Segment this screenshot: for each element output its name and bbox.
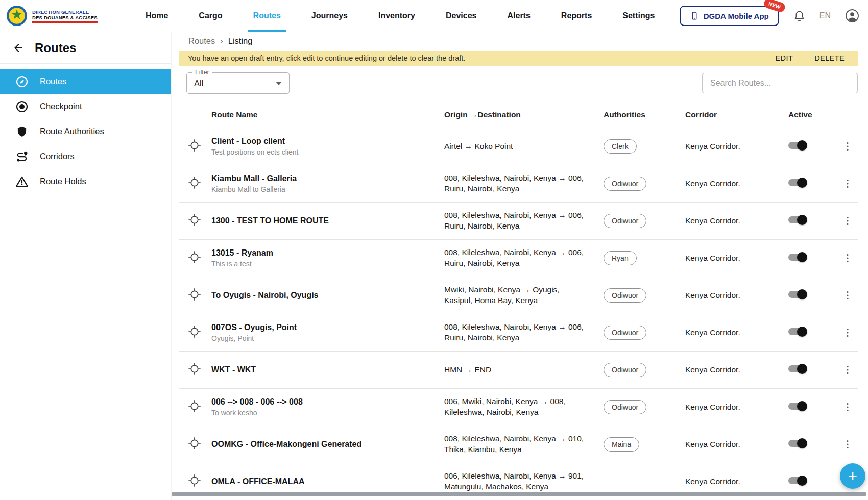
- authority-chip: Odiwuor: [604, 177, 646, 191]
- kebab-menu-icon[interactable]: [842, 402, 853, 413]
- active-toggle[interactable]: [788, 401, 807, 411]
- nav-cargo[interactable]: Cargo: [196, 0, 225, 32]
- active-toggle[interactable]: [788, 327, 807, 337]
- active-toggle[interactable]: [788, 476, 807, 486]
- checkpoint-target-icon: [15, 100, 29, 113]
- primary-nav: Home Cargo Routes Journeys Inventory Dev…: [130, 0, 670, 32]
- breadcrumb: Routes › Listing: [188, 36, 858, 45]
- kebab-menu-icon[interactable]: [842, 290, 853, 301]
- col-active: Active: [784, 110, 837, 119]
- filter-value: All: [194, 79, 276, 88]
- location-crosshair-icon: [188, 399, 201, 415]
- col-corridor: Corridor: [685, 110, 784, 119]
- compass-icon: [15, 75, 29, 88]
- authority-chip: Odiwuor: [604, 214, 646, 228]
- kebab-menu-icon[interactable]: [842, 141, 853, 152]
- sidebar-item-checkpoint[interactable]: Checkpoint: [0, 94, 171, 119]
- breadcrumb-listing: Listing: [228, 36, 253, 45]
- route-subtitle: Kiambu Mall to Galleria: [211, 185, 444, 193]
- route-origin-destination: 008, Kileleshwa, Nairobi, Kenya → 006, R…: [444, 210, 604, 232]
- horizontal-scrollbar[interactable]: [172, 492, 866, 496]
- dgda-logo[interactable]: DIRECTION GÉNÉRALE DES DOUANES & ACCISES: [6, 0, 98, 32]
- nav-alerts[interactable]: Alerts: [504, 0, 533, 32]
- active-toggle[interactable]: [788, 438, 807, 448]
- notifications-bell-icon[interactable]: [793, 10, 806, 22]
- route-table-row: 1300 - TEST TO HOME ROUTE 008, Kileleshw…: [179, 202, 858, 239]
- sidebar-item-label: Route Authorities: [40, 127, 104, 136]
- active-toggle[interactable]: [788, 289, 807, 299]
- user-avatar-icon[interactable]: [845, 8, 860, 23]
- col-origin-destination: Origin →Destination: [444, 110, 604, 119]
- sidebar-item-label: Route Holds: [40, 177, 86, 186]
- dgda-mobile-app-button[interactable]: DGDA Mobile App NEW: [680, 6, 779, 26]
- filter-label: Filter: [192, 69, 212, 76]
- active-toggle[interactable]: [788, 364, 807, 374]
- route-corridor: Kenya Corridor.: [685, 254, 784, 263]
- dgda-emblem-icon: [6, 5, 28, 27]
- nav-reports[interactable]: Reports: [559, 0, 594, 32]
- active-toggle[interactable]: [788, 252, 807, 262]
- list-controls: Filter All: [179, 72, 858, 94]
- nav-inventory[interactable]: Inventory: [376, 0, 418, 32]
- location-crosshair-icon: [188, 362, 201, 378]
- page-shell: Routes Routes Checkpoint: [0, 32, 868, 500]
- route-subtitle: Test positions on ects client: [211, 148, 444, 156]
- route-subtitle: Oyugis, Point: [211, 334, 444, 342]
- draft-delete-button[interactable]: DELETE: [814, 54, 845, 62]
- location-crosshair-icon: [188, 176, 201, 191]
- sidebar-header: Routes: [0, 32, 171, 64]
- draft-banner-message: You have an open draft entry, click edit…: [188, 54, 754, 62]
- nav-settings[interactable]: Settings: [620, 0, 657, 32]
- mobile-app-label: DGDA Mobile App: [704, 12, 769, 20]
- top-navigation-bar: DIRECTION GÉNÉRALE DES DOUANES & ACCISES…: [0, 0, 868, 32]
- active-toggle[interactable]: [788, 215, 807, 225]
- filter-select[interactable]: Filter All: [186, 72, 290, 94]
- authority-chip: Odiwuor: [604, 326, 646, 340]
- draft-edit-button[interactable]: EDIT: [776, 54, 793, 62]
- sidebar-item-route-authorities[interactable]: Route Authorities: [0, 119, 171, 144]
- nav-journeys[interactable]: Journeys: [309, 0, 350, 32]
- active-toggle[interactable]: [788, 140, 807, 151]
- breadcrumb-separator: ›: [220, 36, 223, 45]
- nav-devices[interactable]: Devices: [443, 0, 479, 32]
- sidebar-item-route-holds[interactable]: Route Holds: [0, 169, 171, 194]
- route-origin-destination: 006, Mwiki, Nairobi, Kenya → 008, Kilele…: [444, 396, 604, 418]
- authority-chip: Ryan: [604, 251, 637, 265]
- route-name: OMLA - OFFICE-MALAA: [211, 477, 444, 486]
- route-table-row: To Oyugis - Nairobi, Oyugis Mwiki, Nairo…: [179, 277, 858, 314]
- authority-chip: Odiwuor: [604, 288, 646, 303]
- nav-routes[interactable]: Routes: [251, 0, 283, 32]
- route-table-row: 006 --> 008 - 006 --> 008 To work kesho …: [179, 388, 858, 426]
- route-origin-destination: 006, Kileleshwa, Nairobi, Kenya → 901, M…: [444, 471, 604, 492]
- add-route-fab[interactable]: +: [840, 463, 865, 489]
- sidebar: Routes Routes Checkpoint: [0, 32, 172, 500]
- breadcrumb-routes[interactable]: Routes: [188, 36, 215, 45]
- route-table-row: 007OS - Oyugis, Point Oyugis, Point 008,…: [179, 314, 858, 351]
- main-content: Routes › Listing You have an open draft …: [172, 32, 868, 500]
- kebab-menu-icon[interactable]: [842, 439, 853, 450]
- route-corridor: Kenya Corridor.: [685, 365, 784, 374]
- location-crosshair-icon: [188, 474, 201, 489]
- route-corridor: Kenya Corridor.: [685, 179, 784, 188]
- arrow-left-icon: [12, 42, 25, 54]
- route-name: 007OS - Oyugis, Point: [211, 323, 444, 332]
- sidebar-item-routes[interactable]: Routes: [0, 69, 171, 94]
- kebab-menu-icon[interactable]: [842, 215, 853, 227]
- kebab-menu-icon[interactable]: [842, 253, 853, 264]
- col-authorities: Authorities: [604, 110, 685, 119]
- nav-home[interactable]: Home: [143, 0, 171, 32]
- search-input[interactable]: [702, 73, 858, 93]
- kebab-menu-icon[interactable]: [842, 364, 853, 376]
- kebab-menu-icon[interactable]: [842, 327, 853, 338]
- app-root: DIRECTION GÉNÉRALE DES DOUANES & ACCISES…: [0, 0, 868, 500]
- kebab-menu-icon[interactable]: [842, 178, 853, 189]
- back-button[interactable]: [12, 42, 25, 54]
- sidebar-item-corridors[interactable]: Corridors: [0, 144, 171, 169]
- location-crosshair-icon: [188, 139, 201, 154]
- route-name: 006 --> 008 - 006 --> 008: [211, 397, 444, 407]
- route-name: To Oyugis - Nairobi, Oyugis: [211, 291, 444, 300]
- active-toggle[interactable]: [788, 178, 807, 188]
- warning-triangle-icon: [15, 175, 29, 188]
- language-selector[interactable]: EN: [819, 11, 831, 20]
- location-crosshair-icon: [188, 325, 201, 340]
